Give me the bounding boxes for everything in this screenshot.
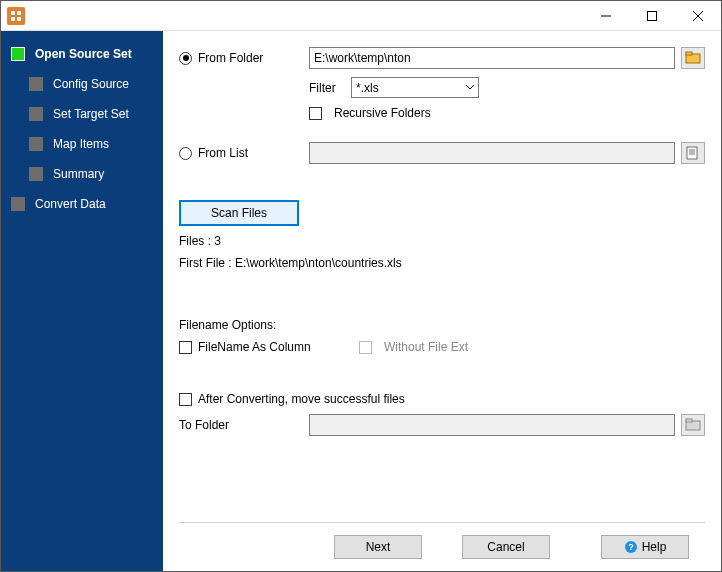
filter-label: Filter [309,81,345,95]
after-converting-label: After Converting, move successful files [198,392,405,406]
filename-options-label: Filename Options: [179,318,276,332]
browse-folder-button[interactable] [681,47,705,69]
tree-node-icon [29,137,43,151]
tree-node-icon [29,167,43,181]
close-button[interactable] [675,1,721,31]
svg-rect-9 [686,52,692,55]
sidebar-item-label: Config Source [53,77,129,91]
filter-input[interactable] [351,77,479,98]
svg-rect-3 [17,17,21,21]
sidebar-item-summary[interactable]: Summary [1,159,163,189]
to-folder-label: To Folder [179,418,229,432]
cancel-button[interactable]: Cancel [462,535,550,559]
svg-text:?: ? [628,542,634,552]
browse-to-folder-button[interactable] [681,414,705,436]
files-count-label: Files : 3 [179,234,221,248]
from-folder-label: From Folder [198,51,263,65]
svg-rect-2 [11,17,15,21]
recursive-folders-label: Recursive Folders [334,106,431,120]
sidebar-item-label: Summary [53,167,104,181]
svg-rect-1 [17,11,21,15]
after-converting-checkbox[interactable] [179,393,192,406]
tree-node-icon [29,77,43,91]
browse-list-button[interactable] [681,142,705,164]
scan-files-button[interactable]: Scan Files [179,200,299,226]
first-file-label: First File : E:\work\temp\nton\countries… [179,256,402,270]
titlebar [1,1,721,31]
sidebar-item-map-items[interactable]: Map Items [1,129,163,159]
sidebar-item-convert-data[interactable]: Convert Data [1,189,163,219]
help-icon: ? [624,540,638,554]
help-button-label: Help [642,540,667,554]
tree-node-icon [29,107,43,121]
from-list-input[interactable] [309,142,675,164]
sidebar-item-label: Convert Data [35,197,106,211]
filter-combo[interactable] [351,77,479,98]
maximize-button[interactable] [629,1,675,31]
tree-node-icon [11,197,25,211]
footer: Next Cancel ? Help [179,522,705,571]
app-window: Open Source Set Config Source Set Target… [0,0,722,572]
sidebar-item-label: Open Source Set [35,47,132,61]
sidebar-item-label: Set Target Set [53,107,129,121]
tree-node-icon [11,47,25,61]
help-button[interactable]: ? Help [601,535,689,559]
next-button[interactable]: Next [334,535,422,559]
sidebar: Open Source Set Config Source Set Target… [1,31,163,571]
minimize-button[interactable] [583,1,629,31]
svg-rect-5 [648,11,657,20]
filename-as-column-checkbox[interactable] [179,341,192,354]
sidebar-item-set-target-set[interactable]: Set Target Set [1,99,163,129]
without-file-ext-label: Without File Ext [384,340,468,354]
content-panel: From Folder Filter [163,31,721,571]
from-list-label: From List [198,146,248,160]
filename-as-column-label: FileName As Column [198,340,311,354]
svg-rect-0 [11,11,15,15]
app-icon [7,7,25,25]
sidebar-item-open-source-set[interactable]: Open Source Set [1,39,163,69]
from-list-radio[interactable] [179,147,192,160]
from-folder-radio[interactable] [179,52,192,65]
from-folder-input[interactable] [309,47,675,69]
recursive-folders-checkbox[interactable] [309,107,322,120]
sidebar-item-label: Map Items [53,137,109,151]
without-file-ext-checkbox [359,341,372,354]
svg-rect-15 [686,419,692,422]
sidebar-item-config-source[interactable]: Config Source [1,69,163,99]
svg-rect-10 [687,147,697,159]
to-folder-input[interactable] [309,414,675,436]
